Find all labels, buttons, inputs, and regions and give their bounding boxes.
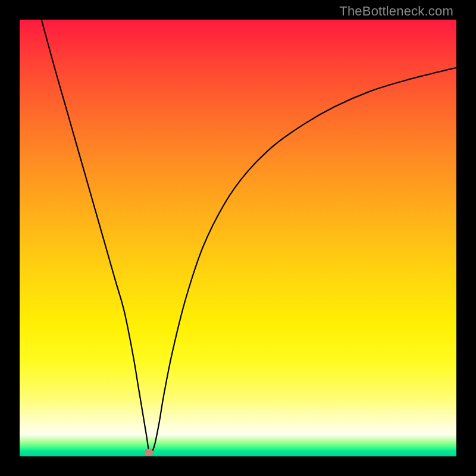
plot-area [20,20,456,456]
optimum-marker-dot [145,449,154,456]
watermark-label: TheBottleneck.com [339,4,453,19]
chart-frame: TheBottleneck.com [0,0,476,476]
bottleneck-curve [20,20,456,456]
curve-path [42,20,456,454]
